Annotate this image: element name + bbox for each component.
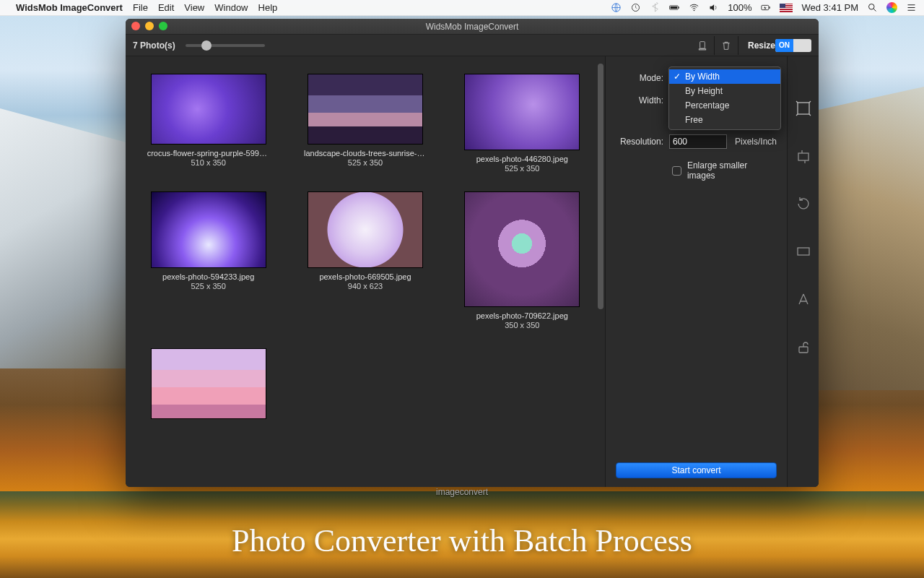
app-window: WidsMob ImageConvert 7 Photo(s) Resize O…: [126, 19, 819, 487]
mode-option[interactable]: By Width: [669, 69, 780, 84]
globe-icon[interactable]: [611, 2, 622, 13]
tool-strip: [787, 56, 819, 487]
svg-point-5: [694, 9, 695, 11]
thumbnail-dimensions: 350 x 350: [454, 321, 590, 329]
border-tool-icon[interactable]: [795, 243, 812, 260]
export-icon[interactable]: [693, 38, 712, 53]
menu-file[interactable]: File: [133, 2, 148, 13]
dock-app-label: imageconvert: [436, 487, 488, 497]
svg-rect-3: [671, 7, 678, 9]
thumbnail-image[interactable]: [308, 74, 423, 144]
timemachine-icon[interactable]: [630, 2, 641, 13]
text-tool-icon[interactable]: [795, 290, 812, 308]
svg-rect-14: [799, 347, 808, 353]
thumbnail-filename: pexels-photo-709622.jpeg: [461, 311, 583, 320]
thumbnail-image[interactable]: [151, 348, 266, 419]
thumbnail-gallery: crocus-flower-spring-purple-5999....510 …: [126, 56, 605, 487]
flag-icon[interactable]: [780, 4, 793, 12]
minimize-window-button[interactable]: [145, 22, 154, 30]
thumbnail-image[interactable]: [464, 191, 580, 307]
svg-rect-13: [798, 248, 809, 255]
scrollbar-thumb[interactable]: [598, 64, 603, 309]
wifi-icon[interactable]: [689, 2, 699, 13]
enlarge-label: Enlarge smaller images: [687, 160, 777, 181]
scrollbar-track[interactable]: [598, 64, 603, 480]
crop-tool-icon[interactable]: [795, 147, 812, 165]
resolution-unit: Pixels/Inch: [735, 137, 777, 147]
thumbnail-card[interactable]: pexels-photo-446280.jpeg525 x 350: [454, 74, 590, 173]
svg-rect-4: [679, 7, 679, 8]
thumbnail-image[interactable]: [151, 74, 266, 144]
thumbnail-card[interactable]: [140, 348, 276, 423]
menu-edit[interactable]: Edit: [158, 2, 174, 13]
menu-help[interactable]: Help: [258, 2, 278, 13]
spotlight-icon[interactable]: [867, 2, 878, 13]
resolution-input[interactable]: [669, 134, 727, 149]
thumbnail-dimensions: 940 x 623: [297, 282, 433, 290]
svg-rect-9: [700, 41, 705, 48]
thumbnail-dimensions: 525 x 350: [454, 164, 590, 173]
checkbox-icon[interactable]: [672, 166, 681, 176]
thumbnail-image[interactable]: [464, 74, 580, 150]
svg-point-8: [869, 4, 875, 10]
resize-panel: Mode: Width: s By WidthBy HeightPercenta…: [605, 56, 787, 487]
mode-option[interactable]: Free: [669, 113, 780, 127]
close-window-button[interactable]: [131, 22, 140, 30]
resize-tool-icon[interactable]: [795, 100, 812, 117]
start-convert-button[interactable]: Start convert: [616, 462, 777, 478]
mode-option[interactable]: Percentage: [669, 98, 780, 113]
thumbnail-dimensions: 510 x 350: [140, 158, 276, 167]
svg-rect-11: [798, 103, 809, 114]
zoom-window-button[interactable]: [159, 22, 167, 30]
thumbnail-filename: pexels-photo-669505.jpeg: [304, 272, 427, 281]
toolbar: 7 Photo(s) Resize ON: [126, 35, 819, 56]
thumbnail-image[interactable]: [151, 191, 266, 268]
enlarge-checkbox-row[interactable]: Enlarge smaller images: [672, 160, 777, 181]
marketing-tagline: Photo Converter with Batch Process: [0, 522, 924, 559]
mode-dropdown[interactable]: By WidthBy HeightPercentageFree: [668, 66, 781, 130]
svg-rect-12: [798, 153, 808, 160]
thumbnail-card[interactable]: crocus-flower-spring-purple-5999....510 …: [140, 74, 276, 173]
photo-count: 7 Photo(s): [133, 40, 175, 51]
macos-menubar: WidsMob ImageConvert File Edit View Wind…: [0, 0, 924, 16]
start-convert-label: Start convert: [671, 465, 720, 475]
mode-label: Mode:: [616, 73, 669, 83]
menu-view[interactable]: View: [184, 2, 204, 13]
thumbnail-dimensions: 525 x 350: [140, 282, 276, 290]
thumbnail-image[interactable]: [308, 191, 423, 268]
resolution-label: Resolution:: [616, 137, 669, 147]
thumbnail-card[interactable]: pexels-photo-709622.jpeg350 x 350: [454, 191, 590, 329]
menu-window[interactable]: Window: [214, 2, 248, 13]
thumbnail-card[interactable]: landscape-clouds-trees-sunrise-2...525 x…: [297, 74, 433, 173]
charging-icon: [760, 2, 771, 13]
svg-rect-7: [770, 7, 770, 9]
menubar-appname[interactable]: WidsMob ImageConvert: [16, 2, 123, 13]
clock[interactable]: Wed 3:41 PM: [801, 2, 858, 13]
siri-icon[interactable]: [886, 2, 897, 13]
width-label: Width:: [616, 95, 669, 105]
svg-rect-10: [699, 48, 705, 49]
thumbnail-dimensions: 525 x 350: [297, 158, 433, 167]
titlebar[interactable]: WidsMob ImageConvert: [126, 19, 819, 35]
thumbnail-filename: landscape-clouds-trees-sunrise-2...: [304, 149, 427, 158]
toggle-on-label: ON: [775, 39, 793, 52]
thumbnail-filename: pexels-photo-446280.jpeg: [461, 155, 583, 163]
watermark-tool-icon[interactable]: [795, 338, 812, 355]
bluetooth-icon[interactable]: [650, 2, 661, 13]
window-title: WidsMob ImageConvert: [426, 22, 519, 32]
toggle-off-label: [793, 39, 811, 52]
battery-icon[interactable]: [669, 2, 680, 13]
toolbar-divider: [738, 36, 738, 55]
thumbnail-zoom-slider[interactable]: [186, 44, 265, 47]
thumbnail-filename: pexels-photo-594233.jpeg: [147, 272, 270, 281]
thumbnail-card[interactable]: pexels-photo-669505.jpeg940 x 623: [297, 191, 433, 329]
volume-icon[interactable]: [708, 2, 719, 13]
notification-center-icon[interactable]: [906, 2, 917, 13]
mode-option[interactable]: By Height: [669, 84, 780, 98]
thumbnail-card[interactable]: pexels-photo-594233.jpeg525 x 350: [140, 191, 276, 329]
thumbnail-filename: crocus-flower-spring-purple-5999....: [147, 149, 270, 158]
rotate-tool-icon[interactable]: [795, 195, 812, 212]
trash-icon[interactable]: [717, 38, 736, 53]
panel-title: Resize: [748, 40, 775, 51]
resize-toggle[interactable]: ON: [775, 39, 811, 52]
